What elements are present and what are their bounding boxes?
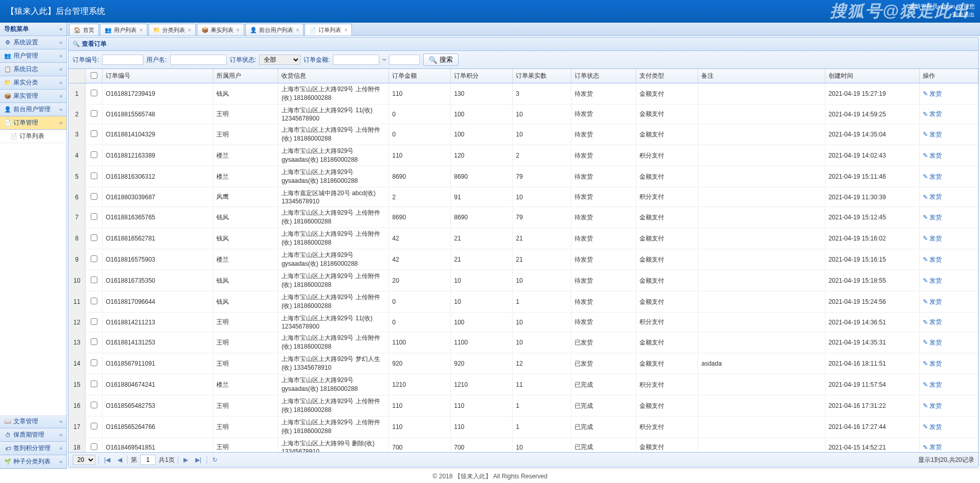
ship-button[interactable]: ✎发货 (923, 213, 975, 222)
tab-1[interactable]: 👥用户列表× (100, 24, 147, 36)
status-select[interactable]: 全部 (259, 55, 300, 65)
table-row[interactable]: 10O1618816735350钱风上海市宝山区上大路929号 上传附件(收) … (69, 270, 978, 291)
refresh-button[interactable]: ↻ (210, 456, 219, 463)
ship-button[interactable]: ✎发货 (923, 277, 975, 285)
column-header[interactable]: 备注 (698, 69, 825, 83)
row-checkbox[interactable] (91, 213, 97, 220)
row-checkbox[interactable] (91, 193, 97, 200)
sidebar-item-6[interactable]: 📄订单管理» (0, 116, 66, 130)
sidebar-item-5[interactable]: 👤前台用户管理« (0, 103, 66, 116)
select-all[interactable] (86, 69, 103, 83)
row-checkbox[interactable] (91, 110, 97, 117)
table-row[interactable]: 3O1618814104329王明上海市宝山区上大路929号 上传附件(收) 1… (69, 124, 978, 145)
close-icon[interactable]: × (344, 27, 347, 33)
table-row[interactable]: 14O1618567911091王明上海市宝山区上大路929号 梦幻人生(收) … (69, 353, 978, 374)
sidebar-item-4[interactable]: 📦果实管理« (0, 90, 66, 103)
row-checkbox[interactable] (91, 423, 97, 429)
column-header[interactable]: 创建时间 (825, 69, 919, 83)
row-checkbox[interactable] (91, 402, 97, 408)
last-page-button[interactable]: ▶| (193, 456, 204, 463)
row-checkbox[interactable] (91, 443, 97, 450)
page-size-select[interactable]: 20 (73, 455, 95, 465)
column-header[interactable]: 所属用户 (213, 69, 278, 83)
prev-page-button[interactable]: ◀ (115, 456, 124, 463)
ship-button[interactable]: ✎发货 (923, 359, 975, 368)
sn-input[interactable] (102, 55, 143, 65)
column-header[interactable]: 操作 (920, 69, 978, 83)
table-row[interactable]: 12O1618814211213王明上海市宝山区上大路929号 11(收) 12… (69, 313, 978, 332)
table-row[interactable]: 18O1618469541851王明上海市宝山区上大路99号 删除(收) 133… (69, 438, 978, 453)
column-header[interactable]: 订单状态 (571, 69, 636, 83)
ship-button[interactable]: ✎发货 (923, 443, 975, 452)
row-checkbox[interactable] (91, 255, 97, 262)
row-checkbox[interactable] (91, 359, 97, 366)
table-row[interactable]: 13O1618814131253王明上海市宝山区上大路929号 上传附件(收) … (69, 332, 978, 353)
amount-min-input[interactable] (333, 55, 379, 65)
column-header[interactable]: 订单积分 (451, 69, 513, 83)
tab-2[interactable]: 📁分类列表× (148, 24, 196, 36)
table-row[interactable]: 8O1618816562781钱风上海市宝山区上大路929号 上传附件(收) 1… (69, 228, 978, 249)
row-checkbox[interactable] (91, 277, 97, 283)
ship-button[interactable]: ✎发货 (923, 318, 975, 326)
row-checkbox[interactable] (91, 298, 97, 304)
table-row[interactable]: 7O1618816365765钱风上海市宝山区上大路929号 上传附件(收) 1… (69, 207, 978, 228)
sidebar-item-0[interactable]: ⚙系统设置« (0, 36, 66, 49)
amount-max-input[interactable] (389, 55, 420, 65)
ship-button[interactable]: ✎发货 (923, 381, 975, 389)
row-checkbox[interactable] (91, 318, 97, 325)
logout-link[interactable]: 安全退出 (952, 11, 975, 18)
tab-5[interactable]: 📄订单列表× (305, 24, 352, 36)
row-checkbox[interactable] (91, 151, 97, 158)
sidebar-item-3[interactable]: 📁果实分类« (0, 76, 66, 90)
ship-button[interactable]: ✎发货 (923, 151, 975, 160)
ship-button[interactable]: ✎发货 (923, 255, 975, 264)
ship-button[interactable]: ✎发货 (923, 193, 975, 201)
row-checkbox[interactable] (91, 90, 97, 96)
sidebar-item-2[interactable]: 📋系统日志« (0, 63, 66, 76)
close-icon[interactable]: × (140, 27, 143, 33)
table-row[interactable]: 2O1618815565748王明上海市宝山区上大路929号 11(收) 123… (69, 105, 978, 124)
table-row[interactable]: 4O1618812163389楼兰上海市宝山区上大路929号 gysaadas(… (69, 145, 978, 166)
row-checkbox[interactable] (91, 381, 97, 387)
table-row[interactable]: 1O1618817239419钱风上海市宝山区上大路929号 上传附件(收) 1… (69, 83, 978, 105)
row-checkbox[interactable] (91, 130, 97, 137)
table-row[interactable]: 9O1618816575903楼兰上海市宝山区上大路929号 gysaadas(… (69, 249, 978, 270)
table-row[interactable]: 17O1618565264766王明上海市宝山区上大路929号 上传附件(收) … (69, 417, 978, 438)
sidebar-bottom-item-3[interactable]: 🌱种子分类列表« (0, 455, 66, 469)
table-row[interactable]: 5O1618816306312楼兰上海市宝山区上大路929号 gysaadas(… (69, 166, 978, 187)
ship-button[interactable]: ✎发货 (923, 234, 975, 243)
column-header[interactable]: 订单金额 (389, 69, 451, 83)
ship-button[interactable]: ✎发货 (923, 90, 975, 98)
first-page-button[interactable]: |◀ (102, 456, 112, 463)
sidebar-bottom-item-1[interactable]: ⏱保质期管理« (0, 428, 66, 442)
search-button[interactable]: 🔍 搜索 (423, 54, 459, 66)
column-header[interactable]: 订单编号 (103, 69, 213, 83)
table-row[interactable]: 15O1618804674241楼兰上海市宝山区上大路929号 gysaadas… (69, 374, 978, 395)
tab-4[interactable]: 👤前台用户列表× (245, 24, 304, 36)
close-icon[interactable]: × (188, 27, 191, 33)
ship-button[interactable]: ✎发货 (923, 298, 975, 306)
table-row[interactable]: 6O1618803039687凤鹰上海市嘉定区城中路20号 abcd(收) 13… (69, 187, 978, 207)
row-checkbox[interactable] (91, 173, 97, 179)
ship-button[interactable]: ✎发货 (923, 423, 975, 432)
ship-button[interactable]: ✎发货 (923, 173, 975, 181)
ship-button[interactable]: ✎发货 (923, 130, 975, 139)
tab-3[interactable]: 📦果实列表× (197, 24, 244, 36)
ship-button[interactable]: ✎发货 (923, 402, 975, 410)
column-header[interactable]: 收货信息 (278, 69, 389, 83)
table-row[interactable]: 11O1618817096644钱风上海市宝山区上大路929号 上传附件(收) … (69, 291, 978, 313)
close-icon[interactable]: × (236, 27, 240, 33)
sidebar-sub-order-list[interactable]: 📄 订单列表 (0, 130, 66, 143)
column-header[interactable]: 支付类型 (636, 69, 698, 83)
sidebar-item-1[interactable]: 👥用户管理« (0, 49, 66, 63)
next-page-button[interactable]: ▶ (181, 456, 190, 463)
close-icon[interactable]: × (296, 27, 299, 33)
collapse-icon[interactable]: « (59, 26, 62, 32)
user-input[interactable] (170, 55, 227, 65)
sidebar-bottom-item-2[interactable]: 🏷签到积分管理« (0, 442, 66, 455)
row-checkbox[interactable] (91, 234, 97, 241)
page-input[interactable] (140, 455, 156, 465)
table-row[interactable]: 16O1618565482753王明上海市宝山区上大路929号 上传附件(收) … (69, 395, 978, 417)
ship-button[interactable]: ✎发货 (923, 110, 975, 118)
row-checkbox[interactable] (91, 338, 97, 345)
